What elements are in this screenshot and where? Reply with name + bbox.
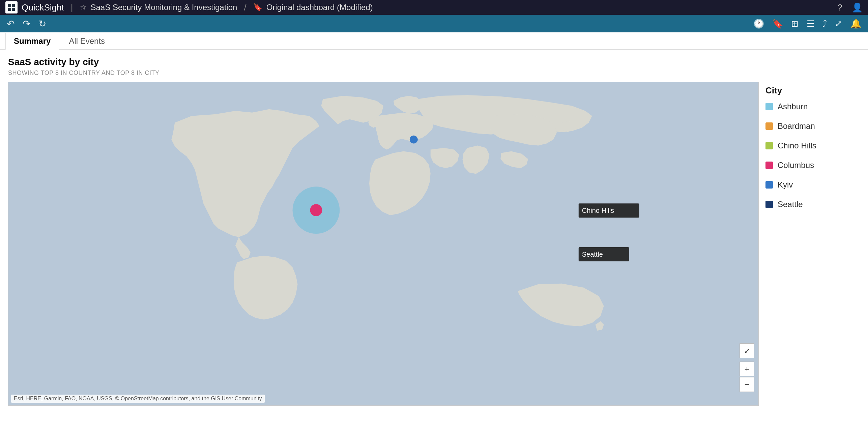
map-container: Chino Hills Seattle Esri, HERE, Garmin, … (8, 82, 860, 406)
zoom-out-button[interactable]: − (740, 377, 754, 392)
svg-text:Chino Hills: Chino Hills (582, 207, 614, 214)
legend-item-boardman: Boardman (765, 121, 860, 131)
tabs-bar: Summary All Events (0, 32, 868, 50)
fullscreen-icon[interactable]: ⤢ (835, 19, 842, 29)
chart-subtitle: SHOWING TOP 8 IN COUNTRY AND TOP 8 IN CI… (8, 69, 860, 77)
map-wrapper[interactable]: Chino Hills Seattle Esri, HERE, Garmin, … (8, 82, 759, 406)
layout-icon[interactable]: ⊞ (791, 19, 799, 29)
star-icon[interactable]: ☆ (80, 3, 87, 12)
brand-name: QuickSight (22, 2, 64, 13)
toolbar: ↶ ↷ ↻ 🕐 🔖 ⊞ ☰ ⤴ ⤢ 🔔 (0, 15, 868, 32)
breadcrumb-slash: / (244, 2, 246, 13)
map-controls: ⤢ + − (740, 343, 754, 392)
legend-item-kyiv: Kyiv (765, 180, 860, 190)
user-icon[interactable]: 👤 (852, 2, 863, 13)
help-icon[interactable]: ? (838, 2, 842, 13)
svg-rect-1 (12, 4, 15, 7)
tab-all-events[interactable]: All Events (60, 33, 113, 49)
topbar-separator: | (71, 2, 73, 13)
undo-button[interactable]: ↶ (7, 18, 15, 29)
legend-color-chino-hills (765, 142, 773, 149)
legend-label-seattle: Seattle (778, 200, 803, 209)
map-point-kyiv (410, 136, 418, 144)
map-point-columbus (310, 204, 322, 216)
svg-rect-2 (8, 8, 11, 11)
expand-button[interactable]: ⤢ (740, 343, 754, 358)
legend-item-columbus: Columbus (765, 161, 860, 170)
legend-item-chino-hills: Chino Hills (765, 141, 860, 150)
svg-text:Seattle: Seattle (582, 251, 603, 258)
zoom-in-button[interactable]: + (740, 362, 754, 376)
legend-label-kyiv: Kyiv (778, 180, 793, 190)
quicksight-logo (5, 1, 18, 13)
breadcrumb-current: Original dashboard (Modified) (266, 3, 373, 12)
legend-label-ashburn: Ashburn (778, 102, 808, 111)
legend-label-columbus: Columbus (778, 161, 814, 170)
legend-color-ashburn (765, 103, 773, 110)
legend-label-chino-hills: Chino Hills (778, 141, 816, 150)
legend-item-ashburn: Ashburn (765, 102, 860, 111)
bookmark-icon[interactable]: 🔖 (253, 3, 262, 12)
breadcrumb-dashboard[interactable]: SaaS Security Monitoring & Investigation (91, 3, 237, 12)
tab-summary[interactable]: Summary (5, 33, 59, 50)
bookmark2-icon[interactable]: 🔖 (772, 19, 783, 29)
map-attribution: Esri, HERE, Garmin, FAO, NOAA, USGS, © O… (11, 395, 265, 403)
table-icon[interactable]: ☰ (807, 19, 814, 29)
main-content: SaaS activity by city SHOWING TOP 8 IN C… (0, 50, 868, 412)
topbar-left: QuickSight | ☆ SaaS Security Monitoring … (5, 1, 838, 13)
topbar-right: ? 👤 (838, 2, 863, 13)
legend-color-columbus (765, 162, 773, 169)
bell-icon[interactable]: 🔔 (850, 19, 861, 29)
svg-rect-0 (8, 4, 11, 7)
legend-color-seattle (765, 201, 773, 208)
legend: City Ashburn Boardman Chino Hills Columb… (765, 82, 860, 223)
chart-title: SaaS activity by city (8, 57, 860, 67)
legend-color-kyiv (765, 181, 773, 189)
world-map-svg: Chino Hills Seattle (8, 82, 758, 405)
svg-rect-3 (12, 8, 15, 11)
share-icon[interactable]: ⤴ (822, 19, 827, 29)
legend-label-boardman: Boardman (778, 121, 815, 131)
clock-icon[interactable]: 🕐 (753, 19, 764, 29)
legend-color-boardman (765, 122, 773, 130)
redo-button[interactable]: ↷ (23, 18, 30, 29)
legend-item-seattle: Seattle (765, 200, 860, 209)
topbar: QuickSight | ☆ SaaS Security Monitoring … (0, 0, 868, 15)
legend-title: City (765, 85, 860, 96)
refresh-button[interactable]: ↻ (38, 18, 46, 29)
